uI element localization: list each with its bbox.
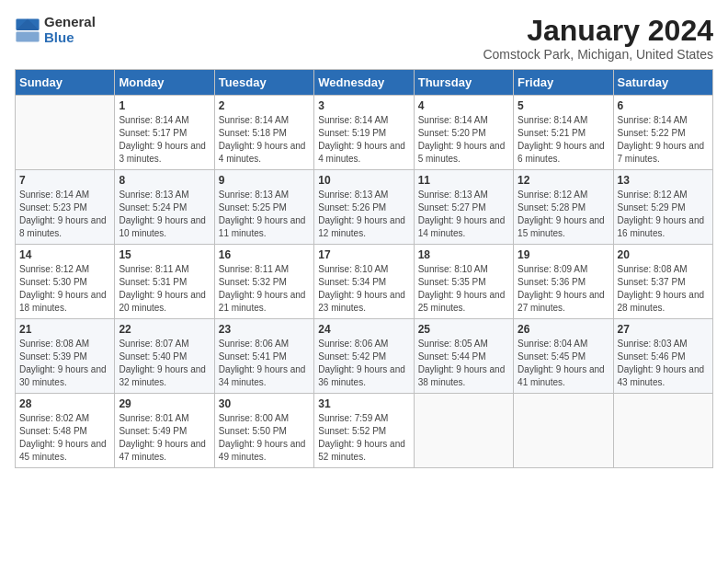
calendar-cell — [16, 96, 115, 170]
logo-blue-text: Blue — [44, 30, 96, 46]
day-info: Sunrise: 8:06 AMSunset: 5:41 PMDaylight:… — [219, 338, 310, 389]
calendar-week-row: 14Sunrise: 8:12 AMSunset: 5:30 PMDayligh… — [16, 245, 713, 319]
day-number: 4 — [418, 99, 509, 112]
day-number: 27 — [618, 323, 709, 336]
calendar-cell: 23Sunrise: 8:06 AMSunset: 5:41 PMDayligh… — [214, 319, 313, 394]
calendar-cell: 26Sunrise: 8:04 AMSunset: 5:45 PMDayligh… — [514, 319, 613, 394]
header-friday: Friday — [514, 70, 613, 96]
calendar-cell: 7Sunrise: 8:14 AMSunset: 5:23 PMDaylight… — [16, 170, 115, 245]
logo-text: General Blue — [44, 15, 96, 45]
day-number: 21 — [19, 323, 110, 336]
day-number: 18 — [418, 248, 509, 261]
day-info: Sunrise: 8:14 AMSunset: 5:20 PMDaylight:… — [418, 114, 509, 166]
calendar-cell: 2Sunrise: 8:14 AMSunset: 5:18 PMDaylight… — [214, 96, 313, 170]
calendar-cell: 16Sunrise: 8:11 AMSunset: 5:32 PMDayligh… — [214, 245, 313, 319]
calendar-cell: 10Sunrise: 8:13 AMSunset: 5:26 PMDayligh… — [314, 170, 414, 245]
calendar-cell: 19Sunrise: 8:09 AMSunset: 5:36 PMDayligh… — [514, 245, 613, 319]
day-number: 15 — [119, 248, 210, 261]
day-info: Sunrise: 8:10 AMSunset: 5:34 PMDaylight:… — [318, 263, 409, 315]
header-tuesday: Tuesday — [214, 70, 313, 96]
day-info: Sunrise: 8:14 AMSunset: 5:18 PMDaylight:… — [219, 114, 310, 166]
day-info: Sunrise: 8:08 AMSunset: 5:39 PMDaylight:… — [19, 338, 110, 389]
calendar-week-row: 7Sunrise: 8:14 AMSunset: 5:23 PMDaylight… — [16, 170, 713, 245]
day-info: Sunrise: 8:11 AMSunset: 5:31 PMDaylight:… — [119, 263, 210, 315]
day-number: 22 — [119, 323, 210, 336]
calendar-cell — [613, 394, 712, 468]
day-info: Sunrise: 8:13 AMSunset: 5:25 PMDaylight:… — [219, 189, 310, 240]
header-thursday: Thursday — [414, 70, 513, 96]
header-sunday: Sunday — [16, 70, 115, 96]
month-title: January 2024 — [483, 15, 713, 47]
calendar-cell: 22Sunrise: 8:07 AMSunset: 5:40 PMDayligh… — [115, 319, 214, 394]
logo: General Blue — [15, 15, 96, 45]
day-info: Sunrise: 8:04 AMSunset: 5:45 PMDaylight:… — [518, 338, 609, 389]
day-info: Sunrise: 8:12 AMSunset: 5:28 PMDaylight:… — [518, 189, 609, 240]
calendar-cell: 13Sunrise: 8:12 AMSunset: 5:29 PMDayligh… — [613, 170, 712, 245]
day-number: 14 — [19, 248, 110, 261]
svg-rect-2 — [16, 31, 39, 41]
day-number: 11 — [418, 174, 509, 187]
day-info: Sunrise: 8:06 AMSunset: 5:42 PMDaylight:… — [318, 338, 409, 389]
day-number: 31 — [318, 397, 409, 410]
day-info: Sunrise: 8:11 AMSunset: 5:32 PMDaylight:… — [219, 263, 310, 315]
day-number: 1 — [119, 99, 210, 112]
calendar-cell: 12Sunrise: 8:12 AMSunset: 5:28 PMDayligh… — [514, 170, 613, 245]
calendar-cell: 18Sunrise: 8:10 AMSunset: 5:35 PMDayligh… — [414, 245, 513, 319]
day-number: 28 — [19, 397, 110, 410]
calendar-cell: 6Sunrise: 8:14 AMSunset: 5:22 PMDaylight… — [613, 96, 712, 170]
day-number: 9 — [219, 174, 310, 187]
calendar-cell: 31Sunrise: 7:59 AMSunset: 5:52 PMDayligh… — [314, 394, 414, 468]
header: General Blue January 2024 Comstock Park,… — [15, 15, 713, 62]
day-info: Sunrise: 8:14 AMSunset: 5:21 PMDaylight:… — [518, 114, 609, 166]
day-info: Sunrise: 8:00 AMSunset: 5:50 PMDaylight:… — [219, 412, 310, 464]
logo-general-text: General — [44, 15, 96, 30]
day-number: 29 — [119, 397, 210, 410]
calendar-cell: 14Sunrise: 8:12 AMSunset: 5:30 PMDayligh… — [16, 245, 115, 319]
calendar-week-row: 21Sunrise: 8:08 AMSunset: 5:39 PMDayligh… — [16, 319, 713, 394]
day-number: 20 — [618, 248, 709, 261]
day-info: Sunrise: 8:14 AMSunset: 5:19 PMDaylight:… — [318, 114, 409, 166]
header-monday: Monday — [115, 70, 214, 96]
calendar-cell: 11Sunrise: 8:13 AMSunset: 5:27 PMDayligh… — [414, 170, 513, 245]
day-info: Sunrise: 8:13 AMSunset: 5:24 PMDaylight:… — [119, 189, 210, 240]
day-info: Sunrise: 8:12 AMSunset: 5:30 PMDaylight:… — [19, 263, 110, 315]
day-number: 25 — [418, 323, 509, 336]
calendar-table: SundayMondayTuesdayWednesdayThursdayFrid… — [15, 69, 713, 468]
calendar-cell: 15Sunrise: 8:11 AMSunset: 5:31 PMDayligh… — [115, 245, 214, 319]
day-number: 26 — [518, 323, 609, 336]
day-number: 10 — [318, 174, 409, 187]
day-info: Sunrise: 8:12 AMSunset: 5:29 PMDaylight:… — [618, 189, 709, 240]
calendar-cell: 3Sunrise: 8:14 AMSunset: 5:19 PMDaylight… — [314, 96, 414, 170]
day-info: Sunrise: 8:13 AMSunset: 5:26 PMDaylight:… — [318, 189, 409, 240]
day-info: Sunrise: 8:14 AMSunset: 5:23 PMDaylight:… — [19, 189, 110, 240]
day-number: 17 — [318, 248, 409, 261]
calendar-header-row: SundayMondayTuesdayWednesdayThursdayFrid… — [16, 70, 713, 96]
day-info: Sunrise: 8:05 AMSunset: 5:44 PMDaylight:… — [418, 338, 509, 389]
day-info: Sunrise: 8:03 AMSunset: 5:46 PMDaylight:… — [618, 338, 709, 389]
header-wednesday: Wednesday — [314, 70, 414, 96]
calendar-week-row: 28Sunrise: 8:02 AMSunset: 5:48 PMDayligh… — [16, 394, 713, 468]
day-number: 13 — [618, 174, 709, 187]
day-number: 3 — [318, 99, 409, 112]
location-subtitle: Comstock Park, Michigan, United States — [483, 47, 713, 62]
day-info: Sunrise: 8:09 AMSunset: 5:36 PMDaylight:… — [518, 263, 609, 315]
calendar-cell: 21Sunrise: 8:08 AMSunset: 5:39 PMDayligh… — [16, 319, 115, 394]
day-number: 8 — [119, 174, 210, 187]
day-info: Sunrise: 8:14 AMSunset: 5:22 PMDaylight:… — [618, 114, 709, 166]
calendar-cell: 25Sunrise: 8:05 AMSunset: 5:44 PMDayligh… — [414, 319, 513, 394]
calendar-cell: 20Sunrise: 8:08 AMSunset: 5:37 PMDayligh… — [613, 245, 712, 319]
calendar-cell: 30Sunrise: 8:00 AMSunset: 5:50 PMDayligh… — [214, 394, 313, 468]
day-number: 12 — [518, 174, 609, 187]
calendar-cell — [514, 394, 613, 468]
day-info: Sunrise: 8:08 AMSunset: 5:37 PMDaylight:… — [618, 263, 709, 315]
day-number: 6 — [618, 99, 709, 112]
calendar-cell — [414, 394, 513, 468]
calendar-cell: 17Sunrise: 8:10 AMSunset: 5:34 PMDayligh… — [314, 245, 414, 319]
calendar-cell: 27Sunrise: 8:03 AMSunset: 5:46 PMDayligh… — [613, 319, 712, 394]
day-number: 7 — [19, 174, 110, 187]
day-info: Sunrise: 8:02 AMSunset: 5:48 PMDaylight:… — [19, 412, 110, 464]
day-number: 23 — [219, 323, 310, 336]
calendar-cell: 5Sunrise: 8:14 AMSunset: 5:21 PMDaylight… — [514, 96, 613, 170]
header-saturday: Saturday — [613, 70, 712, 96]
day-info: Sunrise: 8:07 AMSunset: 5:40 PMDaylight:… — [119, 338, 210, 389]
